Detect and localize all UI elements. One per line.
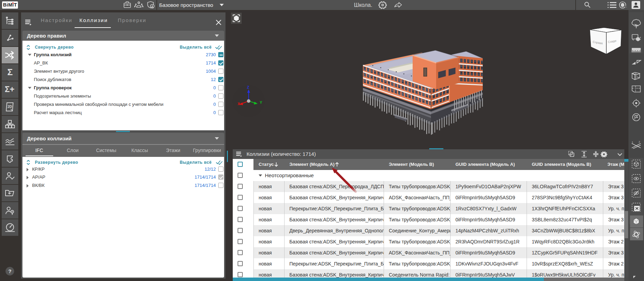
svg-text:1: 1 bbox=[632, 141, 633, 143]
svg-text:X: X bbox=[238, 102, 240, 106]
svg-text:2: 2 bbox=[639, 141, 640, 143]
svg-text:Y: Y bbox=[260, 100, 262, 104]
svg-text:Z: Z bbox=[247, 85, 249, 89]
svg-text:2D: 2D bbox=[8, 105, 12, 109]
